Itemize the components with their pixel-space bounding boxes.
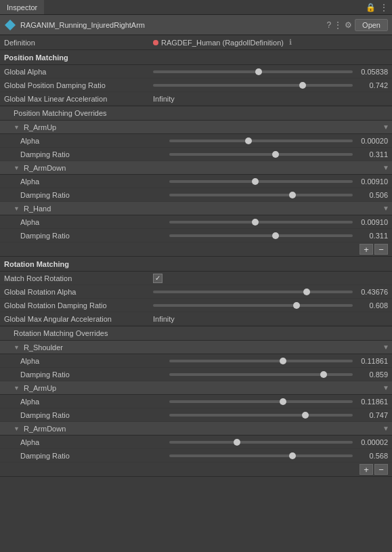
r-shoulder-rot-group-header[interactable]: ▼ R_Shoulder ▼ <box>0 341 392 354</box>
r-armup-rot-damping-value: 0.747 <box>353 411 388 419</box>
global-max-linear-text: Infinity <box>153 95 175 103</box>
header-row: RAGANIM_Running_InjuredRightArm ? ⋮ ⚙ Op… <box>0 15 392 35</box>
global-max-linear-label: Global Max Linear Acceleration <box>4 95 153 103</box>
r-armdown-pos-group-header[interactable]: ▼ R_ArmDown ▼ <box>0 161 392 175</box>
r-armup-pos-damping-slider[interactable] <box>169 153 353 156</box>
r-hand-pos-alpha-value: 0.00910 <box>353 218 388 226</box>
position-plus-minus-row: + − <box>0 242 392 257</box>
global-max-linear-row: Global Max Linear Acceleration Infinity <box>0 92 392 106</box>
r-armup-pos-damping-row: Damping Ratio 0.311 <box>0 148 392 161</box>
global-rotation-damping-slider[interactable] <box>153 304 353 307</box>
r-armdown-rot-name: R_ArmDown <box>24 425 383 433</box>
position-matching-section: Position Matching <box>0 50 392 65</box>
position-matching-title: Position Matching <box>4 54 68 62</box>
r-armdown-pos-alpha-slider[interactable] <box>169 180 353 183</box>
r-armup-pos-name: R_ArmUp <box>24 123 383 131</box>
open-button[interactable]: Open <box>355 19 388 31</box>
global-max-angular-text: Infinity <box>153 315 175 323</box>
r-armdown-pos-dropdown-icon[interactable]: ▼ <box>383 164 389 171</box>
r-hand-pos-group-header[interactable]: ▼ R_Hand ▼ <box>0 202 392 215</box>
rotation-overrides-header: Rotation Matching Overrides <box>0 326 392 341</box>
rotation-add-button[interactable]: + <box>360 464 373 475</box>
r-armdown-pos-name: R_ArmDown <box>24 164 383 172</box>
global-position-damping-slider[interactable] <box>153 84 353 87</box>
r-shoulder-rot-damping-slider[interactable] <box>169 373 353 376</box>
rotation-matching-title: Rotation Matching <box>4 260 69 268</box>
r-hand-pos-dropdown-icon[interactable]: ▼ <box>383 205 389 212</box>
global-rotation-damping-label: Global Rotation Damping Ratio <box>4 301 153 310</box>
definition-asset-name[interactable]: RAGDEF_Human (RagdollDefinition) <box>161 39 284 47</box>
r-armup-pos-collapse-icon: ▼ <box>14 124 20 131</box>
svg-marker-0 <box>5 20 16 30</box>
header-actions: ? ⋮ ⚙ Open <box>326 19 388 31</box>
global-alpha-number: 0.05838 <box>353 68 388 76</box>
r-armup-pos-dropdown-icon[interactable]: ▼ <box>383 123 389 131</box>
r-armdown-rot-alpha-value: 0.00002 <box>353 438 388 446</box>
r-armdown-pos-collapse-icon: ▼ <box>14 165 20 171</box>
r-hand-pos-damping-row: Damping Ratio 0.311 <box>0 229 392 242</box>
ragdoll-dot-icon <box>153 40 158 45</box>
global-rotation-damping-row: Global Rotation Damping Ratio 0.608 <box>0 299 392 312</box>
r-shoulder-rot-alpha-slider[interactable] <box>169 360 353 362</box>
rotation-remove-button[interactable]: − <box>374 464 388 475</box>
r-armup-rot-alpha-slider[interactable] <box>169 400 353 403</box>
position-add-button[interactable]: + <box>360 244 373 255</box>
r-armdown-rot-damping-value: 0.568 <box>353 452 388 460</box>
definition-row: Definition RAGDEF_Human (RagdollDefiniti… <box>0 35 392 50</box>
global-position-damping-number: 0.742 <box>353 81 388 89</box>
lock-icon[interactable]: 🔒 <box>366 3 376 12</box>
r-armdown-pos-damping-slider[interactable] <box>169 194 353 196</box>
global-alpha-slider[interactable] <box>153 70 353 73</box>
r-armup-rot-dropdown-icon[interactable]: ▼ <box>383 384 389 391</box>
global-rotation-alpha-slider[interactable] <box>153 291 353 293</box>
position-overrides-title: Position Matching Overrides <box>14 109 107 117</box>
inspector-tab-label: Inspector <box>7 3 37 12</box>
r-armdown-pos-damping-value: 0.506 <box>353 191 388 199</box>
r-hand-pos-collapse-icon: ▼ <box>14 205 20 212</box>
r-armup-rot-alpha-label: Alpha <box>20 398 169 406</box>
settings-icon[interactable]: ⚙ <box>345 20 352 30</box>
match-root-rotation-label: Match Root Rotation <box>4 274 153 282</box>
r-armup-rot-group-header[interactable]: ▼ R_ArmUp ▼ <box>0 381 392 395</box>
r-armup-pos-alpha-value: 0.00020 <box>353 137 388 145</box>
global-rotation-alpha-label: Global Rotation Alpha <box>4 288 153 296</box>
global-position-damping-row: Global Position Damping Ratio 0.742 <box>0 79 392 92</box>
r-armup-rot-damping-slider[interactable] <box>169 414 353 417</box>
definition-value: RAGDEF_Human (RagdollDefinition) ℹ <box>153 38 388 47</box>
r-shoulder-rot-dropdown-icon[interactable]: ▼ <box>383 343 389 351</box>
r-shoulder-rot-damping-label: Damping Ratio <box>20 370 169 379</box>
global-rotation-alpha-number: 0.43676 <box>353 288 388 296</box>
r-armup-rot-damping-row: Damping Ratio 0.747 <box>0 408 392 422</box>
global-max-linear-value: Infinity <box>153 95 388 103</box>
info-icon[interactable]: ℹ <box>289 38 292 47</box>
more-options-icon[interactable]: ⋮ <box>334 20 342 30</box>
r-armup-pos-group-header[interactable]: ▼ R_ArmUp ▼ <box>0 121 392 134</box>
r-armdown-pos-damping-row: Damping Ratio 0.506 <box>0 188 392 202</box>
global-alpha-value: 0.05838 <box>153 68 388 76</box>
r-armdown-pos-alpha-label: Alpha <box>20 177 169 186</box>
help-icon[interactable]: ? <box>326 20 331 30</box>
unity-logo <box>4 19 16 31</box>
global-max-angular-label: Global Max Angular Acceleration <box>4 315 153 323</box>
r-armup-pos-alpha-slider[interactable] <box>169 140 353 142</box>
r-armup-rot-damping-label: Damping Ratio <box>20 411 169 419</box>
r-shoulder-rot-alpha-value: 0.11861 <box>353 357 388 365</box>
r-armdown-rot-alpha-label: Alpha <box>20 438 169 446</box>
r-armdown-rot-dropdown-icon[interactable]: ▼ <box>383 425 389 432</box>
r-armdown-rot-damping-slider[interactable] <box>169 454 353 457</box>
r-shoulder-rot-alpha-label: Alpha <box>20 357 169 365</box>
position-remove-button[interactable]: − <box>374 244 388 255</box>
r-hand-pos-alpha-slider[interactable] <box>169 221 353 224</box>
r-armdown-rot-alpha-slider[interactable] <box>169 441 353 444</box>
global-max-angular-row: Global Max Angular Acceleration Infinity <box>0 312 392 326</box>
r-armup-pos-damping-label: Damping Ratio <box>20 150 169 158</box>
rotation-plus-minus-row: + − <box>0 463 392 477</box>
inspector-tab[interactable]: Inspector <box>0 0 44 14</box>
r-armdown-rot-group-header[interactable]: ▼ R_ArmDown ▼ <box>0 422 392 436</box>
match-root-rotation-checkbox[interactable]: ✓ <box>153 274 162 283</box>
r-shoulder-rot-alpha-row: Alpha 0.11861 <box>0 354 392 368</box>
more-icon[interactable]: ⋮ <box>380 3 388 12</box>
r-hand-pos-damping-slider[interactable] <box>169 234 353 237</box>
match-root-rotation-row: Match Root Rotation ✓ <box>0 272 392 285</box>
r-shoulder-rot-collapse-icon: ▼ <box>14 344 20 351</box>
